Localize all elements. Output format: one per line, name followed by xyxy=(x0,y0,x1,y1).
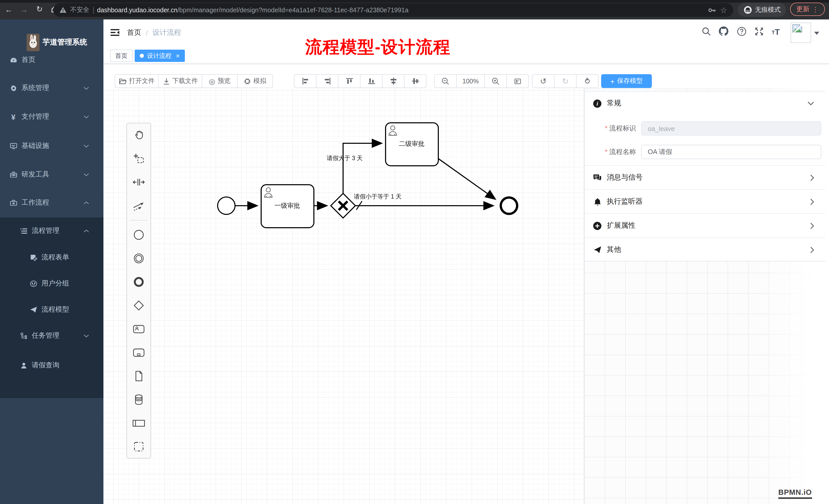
url-bar[interactable]: 不安全 dashboard.yudao.iocoder.cn/bpm/manag… xyxy=(53,3,733,17)
close-tag-icon[interactable]: ✕ xyxy=(176,53,180,59)
zoom-reset-button[interactable] xyxy=(506,74,529,88)
create-intermediate-event-icon[interactable] xyxy=(127,247,150,270)
flow-label-gt3[interactable]: 请假大于 3 天 xyxy=(327,155,363,161)
section-message-signal[interactable]: 消息与信号 xyxy=(585,165,825,189)
align-top-button[interactable] xyxy=(338,74,360,88)
create-gateway-icon[interactable] xyxy=(127,294,150,317)
section-execution-listener[interactable]: 执行监听器 xyxy=(585,189,825,214)
save-model-button[interactable]: + 保存模型 xyxy=(601,74,652,88)
redo-button[interactable]: ↻ xyxy=(554,74,577,88)
open-file-button[interactable]: 打开文件 xyxy=(115,74,159,88)
align-center-vertical-button[interactable] xyxy=(382,74,404,88)
forward-icon[interactable]: → xyxy=(19,4,30,15)
browser-menu-dots-icon[interactable]: ⋮ xyxy=(812,5,819,13)
security-warning-icon[interactable] xyxy=(60,7,67,13)
global-connect-tool-icon[interactable] xyxy=(127,194,150,218)
url-text[interactable]: dashboard.yudao.iocoder.cn/bpm/manager/m… xyxy=(97,6,408,13)
section-extension-properties[interactable]: 扩展属性 xyxy=(585,214,825,237)
bookmark-star-icon[interactable]: ☆ xyxy=(720,5,727,14)
process-key-input[interactable]: oa_leave xyxy=(641,121,821,135)
user-task-level2[interactable]: 二级审批 xyxy=(386,123,438,166)
undo-icon: ↺ xyxy=(540,77,546,86)
avatar-caret-icon[interactable] xyxy=(814,32,819,35)
sidebar-item-process-model[interactable]: 流程模型 xyxy=(0,299,103,320)
task2-label: 二级审批 xyxy=(399,140,425,147)
lasso-tool-icon[interactable] xyxy=(127,147,150,170)
sidebar-item-process-mgmt[interactable]: 流程管理 xyxy=(0,221,103,241)
create-data-object-icon[interactable] xyxy=(127,364,150,388)
breadcrumb-home[interactable]: 首页 xyxy=(127,28,141,37)
sidebar-collapse-icon[interactable] xyxy=(111,28,119,37)
tag-home[interactable]: 首页 xyxy=(110,50,133,62)
url-divider xyxy=(93,6,94,13)
download-file-button[interactable]: 下载文件 xyxy=(158,74,202,88)
tag-design-process[interactable]: 设计流程 ✕ xyxy=(135,50,185,62)
sidebar-item-home[interactable]: 首页 xyxy=(0,50,103,70)
sidebar-item-devtools[interactable]: 研发工具 xyxy=(0,164,103,185)
create-end-event-icon[interactable] xyxy=(127,270,150,294)
hand-tool-icon[interactable] xyxy=(127,123,150,147)
sidebar-item-payment[interactable]: ¥ 支付管理 xyxy=(0,107,103,127)
field-process-key: 流程标识 oa_leave xyxy=(585,121,821,135)
reload-icon[interactable]: ↻ xyxy=(34,4,45,15)
exclusive-gateway[interactable] xyxy=(331,193,355,218)
toolbox-icon xyxy=(9,170,17,179)
align-left-button[interactable] xyxy=(294,74,317,88)
avatar[interactable] xyxy=(791,23,811,43)
create-group-icon[interactable] xyxy=(127,435,150,459)
person-icon xyxy=(20,361,28,370)
browser-nav-buttons: ← → ↻ xyxy=(3,4,61,15)
align-center-vertical-icon xyxy=(389,77,398,85)
chevron-right-icon xyxy=(810,174,814,181)
open-folder-icon xyxy=(119,78,127,84)
flow-task2-to-end[interactable] xyxy=(438,159,495,199)
align-button-group xyxy=(294,74,427,88)
end-event[interactable] xyxy=(501,197,517,214)
space-tool-icon[interactable] xyxy=(127,170,150,194)
flow-label-lte1[interactable]: 请假小于等于 1 天 xyxy=(354,193,402,200)
flow-gateway-to-task2[interactable] xyxy=(343,143,382,193)
sidebar-item-label: 任务管理 xyxy=(32,331,60,340)
create-data-store-icon[interactable] xyxy=(127,388,150,412)
sidebar-item-task-mgmt[interactable]: 任务管理 xyxy=(0,325,103,346)
process-name-input[interactable]: OA 请假 xyxy=(641,145,821,159)
sidebar-item-label: 用户分组 xyxy=(41,279,69,288)
restart-button[interactable]: ⥁ xyxy=(576,74,599,88)
align-right-button[interactable] xyxy=(316,74,338,88)
search-icon[interactable] xyxy=(701,27,711,36)
user-task-level1[interactable]: 一级审批 xyxy=(261,185,314,228)
undo-button[interactable]: ↺ xyxy=(532,74,554,88)
sidebar-item-leave-query[interactable]: 请假查询 xyxy=(0,355,103,376)
zoom-in-button[interactable] xyxy=(484,74,507,88)
chip-icon xyxy=(244,78,251,85)
create-user-task-icon[interactable] xyxy=(127,317,150,341)
back-icon[interactable]: ← xyxy=(3,4,14,15)
fullscreen-icon[interactable] xyxy=(754,27,764,36)
browser-chrome: ← → ↻ 不安全 dashboard.yudao.iocoder.cn/bpm… xyxy=(0,0,829,20)
align-bottom-button[interactable] xyxy=(360,74,383,88)
align-center-horizontal-button[interactable] xyxy=(404,74,427,88)
create-subprocess-icon[interactable] xyxy=(127,341,150,364)
create-start-event-icon[interactable] xyxy=(127,223,150,247)
sidebar-item-label: 研发工具 xyxy=(22,170,49,179)
sidebar-item-user-group[interactable]: 用户分组 xyxy=(0,273,103,294)
github-icon[interactable] xyxy=(718,26,729,36)
sidebar-item-infra[interactable]: 基础设施 xyxy=(0,135,103,156)
preview-button[interactable]: ◎ 预览 xyxy=(202,74,238,88)
security-label[interactable]: 不安全 xyxy=(70,6,89,14)
start-event[interactable] xyxy=(218,197,235,215)
sidebar-item-workflow[interactable]: 工作流程 xyxy=(0,192,103,213)
simulate-button[interactable]: 模拟 xyxy=(237,74,273,88)
bpmn-io-watermark[interactable]: BPMN.iO xyxy=(778,488,812,499)
section-other[interactable]: 其他 xyxy=(585,237,825,262)
section-general[interactable]: i 常规 xyxy=(585,91,825,115)
sidebar-item-process-form[interactable]: 流程表单 xyxy=(0,247,103,268)
sidebar-item-system[interactable]: 系统管理 xyxy=(0,78,103,98)
browser-update-button[interactable]: 更新 ⋮ xyxy=(790,3,825,16)
password-key-icon[interactable] xyxy=(708,6,717,13)
create-participant-icon[interactable] xyxy=(127,412,150,435)
help-icon[interactable] xyxy=(737,27,747,36)
zoom-out-button[interactable] xyxy=(434,74,457,88)
monitor-icon xyxy=(9,142,17,150)
font-size-icon[interactable]: TT xyxy=(772,28,780,37)
